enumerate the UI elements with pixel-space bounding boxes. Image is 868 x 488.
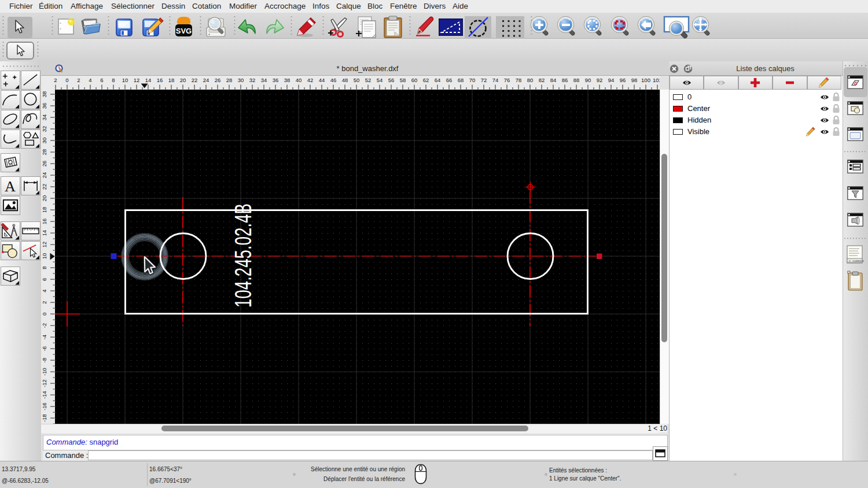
svg-text:-16: -16 (41, 402, 47, 411)
svg-text:18: 18 (41, 207, 47, 213)
svg-text:6: 6 (100, 77, 103, 83)
svg-text:-10: -10 (41, 368, 47, 376)
svg-text:82: 82 (539, 77, 545, 83)
svg-text:A: A (5, 178, 16, 195)
svg-text:92: 92 (597, 77, 603, 83)
svg-text:28: 28 (226, 77, 233, 83)
svg-text:4: 4 (41, 289, 47, 292)
svg-text:22: 22 (41, 184, 47, 190)
svg-text:36: 36 (273, 77, 279, 83)
svg-text:2: 2 (54, 77, 57, 83)
svg-text:54: 54 (377, 77, 383, 83)
svg-text:44: 44 (319, 77, 325, 83)
svg-text:20: 20 (180, 77, 186, 83)
svg-text:48: 48 (342, 77, 348, 83)
svg-text:70: 70 (469, 77, 476, 83)
svg-text:24: 24 (203, 77, 209, 83)
svg-text:-12: -12 (41, 379, 47, 387)
svg-text:38: 38 (41, 91, 47, 98)
svg-text:8: 8 (112, 77, 115, 83)
svg-text:68: 68 (458, 77, 464, 83)
svg-text:26: 26 (41, 161, 47, 167)
svg-text:2: 2 (41, 301, 47, 304)
svg-text:-2: -2 (41, 323, 47, 328)
svg-text:28: 28 (41, 149, 47, 156)
svg-text:34: 34 (261, 77, 267, 83)
svg-text:0: 0 (65, 77, 68, 83)
svg-text:88: 88 (573, 77, 580, 83)
svg-text:96: 96 (620, 77, 626, 83)
svg-text:20: 20 (41, 195, 47, 202)
svg-text:34: 34 (41, 114, 47, 121)
svg-text:72: 72 (481, 77, 487, 83)
svg-text:12: 12 (41, 242, 47, 248)
svg-text:94: 94 (608, 77, 615, 83)
svg-text:30: 30 (41, 138, 47, 144)
svg-text:62: 62 (423, 77, 429, 83)
svg-text:24: 24 (41, 172, 47, 179)
svg-text:6: 6 (41, 278, 47, 280)
svg-text:14: 14 (145, 77, 152, 83)
svg-text:74: 74 (492, 77, 499, 83)
svg-text:102: 102 (653, 77, 660, 83)
svg-text:46: 46 (330, 77, 337, 83)
svg-text:10: 10 (122, 77, 128, 83)
svg-text:80: 80 (527, 77, 534, 83)
svg-text:c command: c command (849, 260, 864, 263)
svg-text:16: 16 (157, 77, 163, 83)
svg-text:-8: -8 (41, 358, 47, 363)
svg-text:100: 100 (641, 77, 650, 83)
svg-text:-6: -6 (41, 346, 47, 351)
svg-text:10: 10 (41, 253, 47, 260)
svg-text:60: 60 (411, 77, 418, 83)
svg-text:8: 8 (41, 266, 47, 269)
svg-text:66: 66 (446, 77, 453, 83)
svg-text:56: 56 (388, 77, 395, 83)
svg-text:90: 90 (585, 77, 591, 83)
svg-text:84: 84 (550, 77, 557, 83)
svg-text:32: 32 (41, 126, 47, 132)
svg-text:16: 16 (41, 219, 47, 225)
svg-text:52: 52 (365, 77, 372, 83)
svg-text:104.245.02.4B: 104.245.02.4B (229, 204, 256, 308)
svg-text:26: 26 (215, 77, 221, 83)
svg-text:58: 58 (400, 77, 406, 83)
svg-text:30: 30 (238, 77, 244, 83)
svg-text:12: 12 (134, 77, 140, 83)
svg-text:98: 98 (631, 77, 638, 83)
svg-text:36: 36 (41, 103, 47, 109)
svg-text:-18: -18 (41, 414, 47, 422)
svg-text:40: 40 (296, 77, 302, 83)
svg-text:-4: -4 (41, 335, 47, 339)
svg-text:38: 38 (284, 77, 290, 83)
svg-text:-14: -14 (41, 391, 47, 399)
svg-text:86: 86 (562, 77, 568, 83)
svg-text:32: 32 (249, 77, 256, 83)
svg-text:64: 64 (435, 77, 441, 83)
svg-text:18: 18 (168, 77, 175, 83)
svg-text:50: 50 (354, 77, 360, 83)
svg-text:2: 2 (77, 77, 80, 83)
svg-text:22: 22 (192, 77, 198, 83)
svg-text:76: 76 (504, 77, 510, 83)
svg-text:SVG: SVG (176, 27, 192, 35)
svg-text:0: 0 (41, 312, 47, 315)
svg-text:4: 4 (89, 77, 91, 83)
svg-text:78: 78 (516, 77, 522, 83)
svg-text:42: 42 (307, 77, 314, 83)
svg-text:14: 14 (41, 230, 47, 236)
